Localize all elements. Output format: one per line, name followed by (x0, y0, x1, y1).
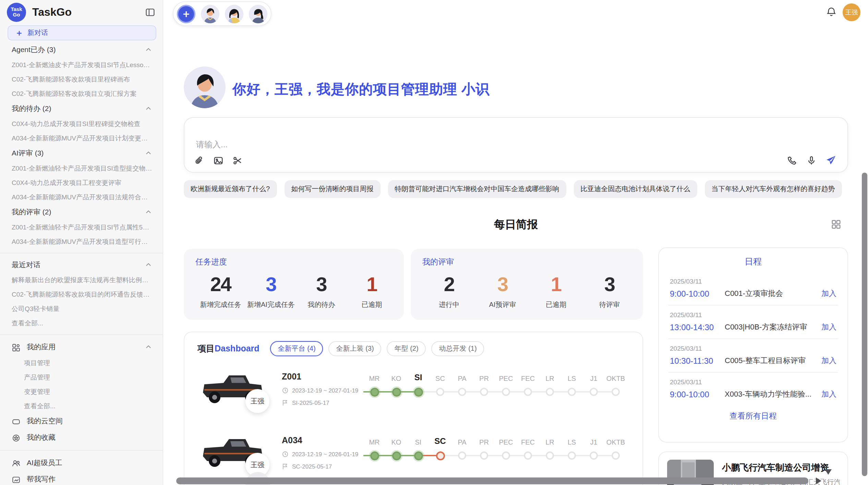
sidebar-tool-0[interactable]: AI超级员工 (0, 455, 162, 471)
milestone-dot-PR[interactable] (480, 451, 488, 460)
task-item[interactable]: Z001-全新燃油轻卡产品开发项目SI造型提交物评审 (0, 161, 162, 175)
sidebar-collapse-icon[interactable] (145, 8, 155, 20)
section-header-recent[interactable]: 最近对话 (0, 258, 162, 273)
add-session-button[interactable]: ＋ (177, 4, 195, 23)
milestone-dot-MR[interactable] (370, 387, 379, 396)
conversation-item[interactable]: 公司Q3轻卡销量 (0, 301, 162, 316)
chevron-up-icon[interactable] (145, 208, 152, 217)
scissors-icon[interactable] (232, 156, 243, 166)
suggestion-chip[interactable]: 如何写一份清晰的项目周报 (284, 180, 380, 198)
task-item[interactable]: A034-全新新能源MUV产品开发项目计划变更表编写 (0, 131, 162, 145)
section-header-0[interactable]: Agent已办 (3) (0, 42, 162, 58)
view-all-schedule-link[interactable]: 查看所有日程 (659, 411, 847, 421)
milestone-dot-PR[interactable] (480, 388, 488, 396)
app-item[interactable]: 项目管理 (0, 356, 162, 370)
conversation-item[interactable]: C02-飞腾新能源轻客改款项目的闭环通告反馈情况 (0, 287, 162, 301)
vertical-scrollbar-thumb[interactable] (862, 173, 867, 476)
task-item[interactable]: A034-全新新能源MUV产品开发项目法规符合性评审 (0, 190, 162, 204)
milestone-dot-PEC[interactable] (502, 388, 510, 396)
dashboard-tab[interactable]: 全新平台 (4) (270, 341, 323, 356)
phone-icon[interactable] (787, 155, 797, 165)
chevron-up-icon[interactable] (145, 343, 152, 352)
section-header-1[interactable]: 我的待办 (2) (0, 101, 162, 116)
join-link[interactable]: 加入 (821, 322, 836, 332)
section-header-3[interactable]: 我的评审 (2) (0, 205, 162, 220)
app-item[interactable]: 产品管理 (0, 370, 162, 384)
milestone-dot-LS[interactable] (568, 451, 576, 460)
milestone-dot-PA[interactable] (458, 451, 466, 460)
task-item[interactable]: C0X4-动力总成开发项目SI里程碑提交物检查 (0, 116, 162, 131)
member-avatar-1[interactable] (201, 4, 219, 23)
milestone-dot-FEC[interactable] (524, 388, 532, 396)
scroll-right-arrow[interactable] (816, 477, 821, 484)
milestone-dot-J1[interactable] (590, 388, 598, 396)
milestone-dot-PA[interactable] (458, 388, 466, 396)
chevron-up-icon[interactable] (145, 104, 152, 113)
milestone-dot-KO[interactable] (392, 451, 401, 460)
schedule-event[interactable]: 2025/03/119:00-10:00C001-立项审批会加入 (659, 272, 847, 305)
task-item[interactable]: C02-飞腾新能源轻客改款项目里程碑画布 (0, 72, 162, 86)
sidebar-tool-1[interactable]: 帮我写作 (0, 471, 162, 485)
suggestion-chip[interactable]: 特朗普可能对进口汽车增税会对中国车企造成哪些影响 (388, 180, 566, 198)
stat-label: 新增AI完成任务 (246, 300, 296, 310)
mic-icon[interactable] (806, 155, 817, 165)
horizontal-scrollbar-thumb[interactable] (176, 477, 808, 484)
milestone-dot-FEC[interactable] (524, 451, 532, 460)
suggestion-chip[interactable]: 比亚迪全固态电池计划具体说了什么 (574, 180, 697, 198)
schedule-event[interactable]: 2025/03/1113:00-14:30C003|H0B-方案冻结评审加入 (659, 306, 847, 338)
milestone-dot-LR[interactable] (546, 451, 554, 460)
milestone-dot-J1[interactable] (590, 451, 598, 460)
milestone-dot-LR[interactable] (546, 388, 554, 396)
section-header-2[interactable]: AI评审 (3) (0, 146, 162, 161)
image-icon[interactable] (213, 156, 224, 166)
task-item[interactable]: Z001-全新燃油皮卡产品开发项目SI节点Lesson Learn报告 (0, 58, 162, 72)
milestone-dot-SI[interactable] (414, 387, 423, 396)
milestone-dots (363, 386, 627, 397)
conversation-item[interactable]: 查看全部... (0, 316, 162, 330)
milestone-dot-SI[interactable] (414, 451, 423, 460)
task-item[interactable]: C02-飞腾新能源轻客改款项目立项汇报方案 (0, 86, 162, 101)
join-link[interactable]: 加入 (821, 389, 836, 399)
chevron-up-icon[interactable] (145, 261, 152, 270)
user-avatar[interactable]: 王强 (843, 3, 860, 21)
milestone-dot-SC[interactable] (436, 388, 444, 396)
milestone-dot-KO[interactable] (392, 387, 401, 396)
sidebar-link-1[interactable]: 我的收藏 (0, 430, 162, 446)
milestone-dot-OKTB[interactable] (612, 388, 620, 396)
suggestion-chip[interactable]: 当下年轻人对汽车外观有怎样的喜好趋势 (704, 180, 842, 198)
new-chat-button[interactable]: ＋ 新对话 (8, 25, 156, 40)
sidebar-link-0[interactable]: 我的云空间 (0, 413, 162, 430)
attach-icon[interactable] (194, 156, 204, 166)
chevron-up-icon[interactable] (145, 46, 152, 54)
conversation-item[interactable]: 解释最新出台的欧盟报废车法规再生塑料比例被调至15%... (0, 273, 162, 287)
dashboard-tab[interactable]: 全新上装 (3) (329, 341, 382, 356)
join-link[interactable]: 加入 (821, 356, 836, 366)
sidebar-item-my-apps[interactable]: 我的应用 (0, 339, 162, 356)
app-item[interactable]: 查看全部... (0, 399, 162, 413)
milestone-cell (561, 386, 583, 397)
chevron-up-icon[interactable] (145, 149, 152, 158)
dashboard-tab[interactable]: 年型 (2) (387, 341, 426, 356)
send-icon[interactable] (825, 155, 836, 166)
app-item[interactable]: 变更管理 (0, 384, 162, 399)
join-link[interactable]: 加入 (821, 288, 836, 299)
scroll-down-arrow[interactable] (825, 469, 832, 475)
suggestion-chip[interactable]: 欧洲新规最近颁布了什么? (184, 180, 277, 198)
milestone-dot-MR[interactable] (370, 451, 379, 460)
member-avatar-3[interactable] (249, 4, 267, 23)
dashboard-tab[interactable]: 动总开发 (1) (432, 341, 484, 356)
layout-grid-icon[interactable] (831, 219, 841, 232)
milestone-dot-OKTB[interactable] (612, 451, 620, 460)
chat-input-box[interactable]: 请输入... (184, 117, 848, 173)
session-pill: ＋ (173, 1, 272, 26)
schedule-event[interactable]: 2025/03/1110:30-11:30C005-整车工程目标评审加入 (659, 339, 847, 372)
milestone-dot-LS[interactable] (568, 388, 576, 396)
task-item[interactable]: A034-全新新能源MUV产品开发项目造型可行性评审 (0, 234, 162, 249)
milestone-dot-PEC[interactable] (502, 451, 510, 460)
task-item[interactable]: C0X4-动力总成开发项目工程变更评审 (0, 175, 162, 190)
schedule-event[interactable]: 2025/03/119:00-10:00X003-车辆动力学性能验...加入 (659, 373, 847, 406)
milestone-dot-SC[interactable] (436, 451, 445, 460)
bell-icon[interactable] (826, 7, 836, 20)
member-avatar-2[interactable] (225, 4, 243, 23)
task-item[interactable]: Z001-全新燃油轻卡产品开发项目SI节点属性5D文件评审 (0, 220, 162, 234)
